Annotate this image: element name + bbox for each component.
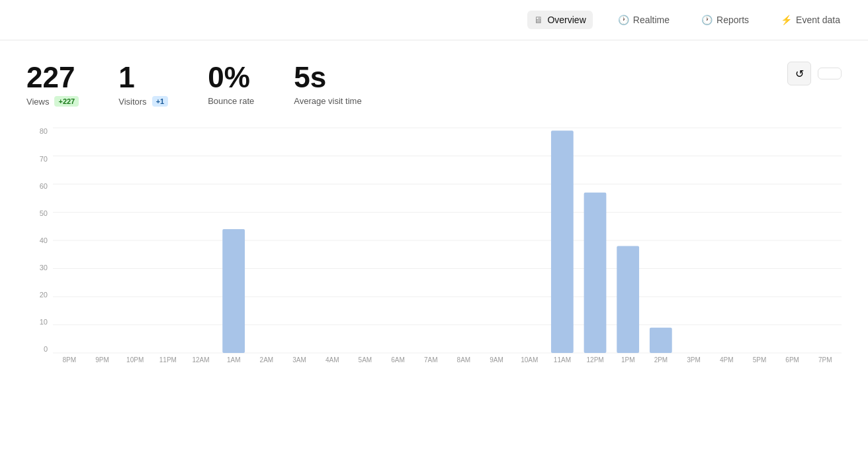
metric-bounce-rate: 0% Bounce rate: [208, 62, 254, 106]
x-axis: 8PM9PM10PM11PM12AM1AM2AM3AM4AM5AM6AM7AM8…: [53, 356, 842, 364]
x-label-4pm: 4PM: [710, 356, 743, 364]
metric-label-row-bounce-rate: Bounce rate: [208, 96, 254, 106]
x-label-5am: 5AM: [349, 356, 382, 364]
metric-value-avg-visit: 5s: [294, 62, 361, 93]
refresh-button[interactable]: ↺: [787, 62, 811, 85]
nav-item-overview[interactable]: 🖥Overview: [527, 11, 592, 29]
bar-2pm[interactable]: [650, 328, 672, 353]
bar-11am[interactable]: [551, 131, 574, 354]
y-label-40: 40: [40, 237, 48, 244]
metric-label-visitors: Visitors: [118, 97, 146, 107]
y-label-0: 0: [44, 346, 48, 353]
nav-item-realtime[interactable]: 🕐Realtime: [611, 11, 676, 29]
nav-item-reports[interactable]: 🕐Reports: [695, 11, 756, 29]
nav-label-realtime: Realtime: [633, 15, 670, 25]
x-label-9am: 9AM: [480, 356, 513, 364]
chart-plot: [53, 128, 842, 353]
time-range-selector[interactable]: [818, 68, 842, 79]
x-label-6pm: 6PM: [776, 356, 809, 364]
chart-svg: [53, 128, 842, 353]
x-label-3pm: 3PM: [677, 356, 711, 364]
x-label-11pm: 11PM: [152, 356, 185, 364]
x-label-4am: 4AM: [316, 356, 349, 364]
controls: ↺: [787, 62, 842, 85]
metrics-row: 227 Views +227 1 Visitors +1 0% Bounce r…: [26, 62, 362, 107]
x-label-1am: 1AM: [217, 356, 250, 364]
x-label-12pm: 12PM: [579, 356, 612, 364]
x-label-8pm: 8PM: [53, 356, 86, 364]
y-label-60: 60: [40, 183, 48, 190]
x-label-5pm: 5PM: [743, 356, 776, 364]
overview-icon: 🖥: [534, 15, 543, 25]
reports-icon: 🕐: [701, 15, 713, 25]
metric-value-views: 227: [26, 62, 79, 93]
metric-visitors: 1 Visitors +1: [118, 62, 168, 107]
bar-1pm[interactable]: [617, 246, 639, 354]
x-label-7pm: 7PM: [808, 356, 842, 364]
x-label-10am: 10AM: [513, 356, 546, 364]
nav-label-event-data: Event data: [796, 15, 840, 25]
nav-label-overview: Overview: [547, 15, 586, 25]
y-label-50: 50: [40, 210, 48, 217]
x-label-11am: 11AM: [546, 356, 579, 364]
x-label-9pm: 9PM: [86, 356, 119, 364]
y-label-10: 10: [40, 319, 48, 326]
event-data-icon: ⚡: [781, 15, 792, 25]
main-nav: 🖥Overview🕐Realtime🕐Reports⚡Event data: [527, 11, 847, 29]
metric-label-bounce-rate: Bounce rate: [208, 96, 254, 106]
x-label-10pm: 10PM: [118, 356, 152, 364]
metric-avg-visit: 5s Average visit time: [294, 62, 361, 106]
metric-label-views: Views: [26, 97, 49, 107]
nav-label-reports: Reports: [716, 15, 749, 25]
metric-value-bounce-rate: 0%: [208, 62, 254, 93]
metric-value-visitors: 1: [118, 62, 168, 93]
metric-badge-views: +227: [54, 96, 79, 107]
y-label-70: 70: [40, 156, 48, 163]
header: 🖥Overview🕐Realtime🕐Reports⚡Event data: [0, 0, 868, 40]
metric-label-row-avg-visit: Average visit time: [294, 96, 361, 106]
x-label-7am: 7AM: [414, 356, 447, 364]
chart-container: 80706050403020100 8PM9PM10PM11PM12AM1AM2…: [26, 128, 842, 379]
metric-label-row-visitors: Visitors +1: [118, 96, 168, 107]
nav-item-event-data[interactable]: ⚡Event data: [774, 11, 847, 29]
x-label-8am: 8AM: [447, 356, 480, 364]
x-label-1pm: 1PM: [611, 356, 644, 364]
metric-badge-visitors: +1: [152, 96, 169, 107]
y-label-20: 20: [40, 291, 48, 299]
x-label-2am: 2AM: [250, 356, 283, 364]
realtime-icon: 🕐: [618, 15, 629, 25]
metric-views: 227 Views +227: [26, 62, 79, 107]
metric-label-avg-visit: Average visit time: [294, 96, 361, 106]
x-label-2pm: 2PM: [644, 356, 677, 364]
x-label-6am: 6AM: [382, 356, 415, 364]
metric-label-row-views: Views +227: [26, 96, 79, 107]
bar-1am[interactable]: [222, 229, 245, 353]
y-label-30: 30: [40, 264, 48, 272]
main-content: 227 Views +227 1 Visitors +1 0% Bounce r…: [0, 40, 868, 401]
bar-12pm[interactable]: [584, 193, 607, 353]
y-label-80: 80: [40, 128, 48, 135]
y-axis: 80706050403020100: [26, 128, 53, 353]
x-label-3am: 3AM: [283, 356, 316, 364]
x-label-12am: 12AM: [185, 356, 218, 364]
